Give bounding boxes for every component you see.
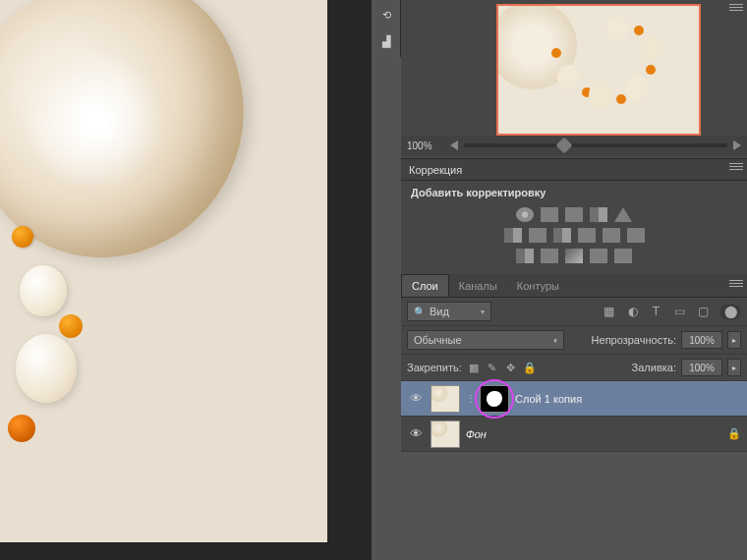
navigator-panel: 100%	[401, 0, 747, 159]
visibility-icon[interactable]: 👁	[407, 426, 425, 441]
filter-kind-label: Вид	[430, 306, 449, 317]
photo-filter-icon[interactable]	[578, 228, 596, 243]
tab-paths[interactable]: Контуры	[507, 275, 569, 297]
filter-smart-icon[interactable]: ▢	[696, 305, 711, 319]
layer-name[interactable]: Фон	[466, 428, 487, 440]
selective-color-icon[interactable]	[614, 249, 632, 263]
gradient-map-icon[interactable]	[590, 249, 607, 263]
panel-menu-icon[interactable]	[729, 280, 743, 290]
link-icon[interactable]: ⋮	[466, 393, 474, 404]
filter-toggle[interactable]: ⬤	[719, 305, 741, 319]
posterize-icon[interactable]	[541, 249, 558, 263]
opacity-label: Непрозрачность:	[592, 334, 676, 346]
color-balance-icon[interactable]	[529, 228, 546, 243]
opacity-dropdown-icon[interactable]: ▸	[727, 331, 741, 349]
layer-row[interactable]: 👁 ⋮ Слой 1 копия	[401, 381, 747, 417]
layer-row[interactable]: 👁 Фон 🔒	[401, 417, 747, 452]
curves-icon[interactable]	[565, 207, 583, 222]
filter-type-icon[interactable]: T	[649, 305, 663, 319]
tab-channels[interactable]: Каналы	[449, 275, 507, 297]
filter-shape-icon[interactable]: ▭	[672, 305, 687, 319]
lock-pixels-icon[interactable]: ✎	[486, 361, 499, 374]
channel-mixer-icon[interactable]	[603, 228, 620, 243]
visibility-icon[interactable]: 👁	[407, 391, 425, 406]
highlight-ring	[475, 379, 514, 419]
lock-label: Закрепить:	[407, 362, 462, 373]
blend-mode-dropdown[interactable]: Обычные ♦	[407, 330, 564, 350]
history-icon[interactable]: ⟲	[374, 3, 398, 27]
lock-transparency-icon[interactable]: ▩	[467, 361, 481, 374]
opacity-value[interactable]: 100%	[681, 331, 722, 349]
add-adjustment-label: Добавить корректировку	[401, 181, 747, 204]
zoom-slider[interactable]	[464, 143, 727, 147]
brightness-icon[interactable]	[516, 207, 534, 222]
adjustments-panel: Коррекция Добавить корректировку	[401, 159, 747, 274]
lock-position-icon[interactable]: ✥	[504, 361, 518, 374]
layer-name[interactable]: Слой 1 копия	[515, 393, 582, 405]
tab-layers[interactable]: Слои	[401, 274, 449, 297]
zoom-out-icon[interactable]	[450, 140, 458, 150]
fill-label: Заливка:	[632, 362, 676, 373]
adjustments-title: Коррекция	[409, 164, 462, 176]
panel-menu-icon[interactable]	[729, 163, 743, 173]
navigator-thumbnail[interactable]	[496, 4, 701, 136]
fill-value[interactable]: 100%	[681, 359, 722, 376]
vibrance-icon[interactable]	[614, 207, 632, 222]
bw-icon[interactable]	[553, 228, 571, 243]
exposure-icon[interactable]	[590, 207, 607, 222]
layer-mask-thumbnail[interactable]	[480, 385, 509, 413]
collapsed-dock: ⟲ ▟	[372, 0, 401, 57]
invert-icon[interactable]	[516, 249, 534, 263]
document-canvas[interactable]	[0, 0, 372, 560]
threshold-icon[interactable]	[565, 249, 583, 263]
color-lookup-icon[interactable]	[627, 228, 645, 243]
filter-pixel-icon[interactable]: ▦	[602, 305, 616, 319]
lock-all-icon[interactable]: 🔒	[523, 361, 537, 374]
layers-tabs: Слои Каналы Контуры	[401, 274, 747, 298]
layer-thumbnail[interactable]	[431, 420, 460, 448]
canvas-image	[0, 0, 327, 542]
filter-adjust-icon[interactable]: ◐	[625, 305, 640, 319]
fill-dropdown-icon[interactable]: ▸	[727, 359, 741, 376]
zoom-value[interactable]: 100%	[407, 140, 444, 151]
stamp-icon[interactable]: ▟	[374, 29, 398, 53]
blend-mode-value: Обычные	[414, 334, 462, 346]
layers-panel: 🔍 Вид ▾ ▦ ◐ T ▭ ▢ ⬤ Обычные ♦ Н	[401, 298, 747, 560]
panel-menu-icon[interactable]	[729, 4, 743, 14]
layer-thumbnail[interactable]	[431, 385, 460, 413]
levels-icon[interactable]	[541, 207, 558, 222]
zoom-in-icon[interactable]	[733, 140, 741, 150]
layer-list: 👁 ⋮ Слой 1 копия 👁 Фон 🔒	[401, 381, 747, 452]
hue-icon[interactable]	[504, 228, 522, 243]
lock-icon: 🔒	[727, 427, 741, 440]
layer-filter-kind[interactable]: 🔍 Вид ▾	[407, 302, 491, 321]
